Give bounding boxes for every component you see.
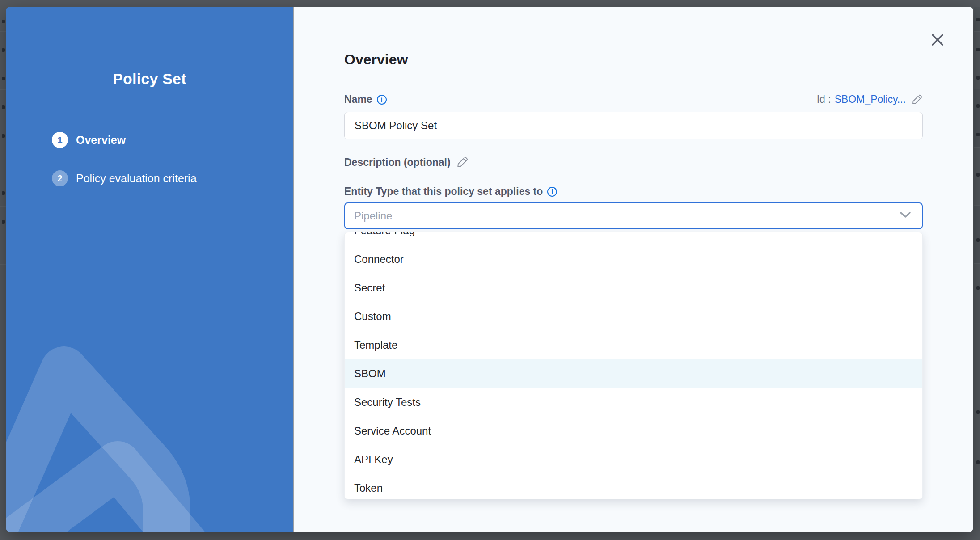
policy-set-wizard-dialog: Policy Set 1 Overview 2 Policy evaluatio… [6, 7, 973, 532]
menu-item-secret[interactable]: Secret [345, 274, 922, 302]
menu-item-template[interactable]: Template [345, 331, 922, 359]
id-value-link[interactable]: SBOM_Policy... [835, 93, 906, 105]
harness-logo-watermark [6, 317, 293, 532]
entity-type-info-icon[interactable] [547, 187, 557, 197]
name-label-row: Name [344, 93, 387, 105]
step-number-badge: 2 [52, 170, 68, 186]
menu-item-security-tests[interactable]: Security Tests [345, 388, 922, 417]
menu-item-api-key[interactable]: API Key [345, 445, 922, 474]
name-input[interactable] [344, 112, 923, 139]
wizard-steps: 1 Overview 2 Policy evaluation criteria [52, 132, 197, 209]
entity-type-label-row: Entity Type that this policy set applies… [344, 186, 557, 198]
menu-item-custom[interactable]: Custom [345, 302, 922, 331]
menu-item-service-account[interactable]: Service Account [345, 417, 922, 445]
panel-heading: Overview [344, 51, 408, 68]
screen: Policy Set 1 Overview 2 Policy evaluatio… [0, 0, 980, 540]
close-button[interactable] [929, 32, 946, 48]
close-icon [931, 33, 944, 46]
edit-id-pencil-icon[interactable] [911, 94, 923, 105]
wizard-sidebar: Policy Set 1 Overview 2 Policy evaluatio… [6, 7, 293, 532]
menu-item-sbom[interactable]: SBOM [345, 359, 922, 388]
wizard-title: Policy Set [6, 70, 293, 88]
name-info-icon[interactable] [377, 95, 387, 105]
description-label-row: Description (optional) [344, 156, 469, 169]
step-number-badge: 1 [52, 132, 68, 148]
entity-type-dropdown-menu: Feature Flag Connector Secret Custom Tem… [344, 232, 923, 499]
edit-description-pencil-icon[interactable] [456, 156, 469, 169]
entity-type-label: Entity Type that this policy set applies… [344, 186, 543, 198]
entity-type-select[interactable]: Pipeline [344, 202, 923, 229]
chevron-down-icon [900, 211, 911, 220]
step-overview[interactable]: 1 Overview [52, 132, 197, 148]
overview-step-panel: Overview Name Id : SBOM_Policy... [294, 7, 973, 532]
step-label: Policy evaluation criteria [76, 172, 197, 185]
entity-id-row: Id : SBOM_Policy... [817, 93, 923, 105]
step-policy-evaluation-criteria[interactable]: 2 Policy evaluation criteria [52, 170, 197, 186]
menu-item-token[interactable]: Token [345, 474, 922, 499]
entity-type-placeholder: Pipeline [354, 210, 392, 222]
menu-item-feature-flag[interactable]: Feature Flag [345, 232, 922, 245]
description-label: Description (optional) [344, 156, 451, 169]
menu-item-connector[interactable]: Connector [345, 245, 922, 274]
step-label: Overview [76, 134, 126, 147]
id-prefix-label: Id : [817, 93, 831, 105]
name-label: Name [344, 93, 372, 105]
